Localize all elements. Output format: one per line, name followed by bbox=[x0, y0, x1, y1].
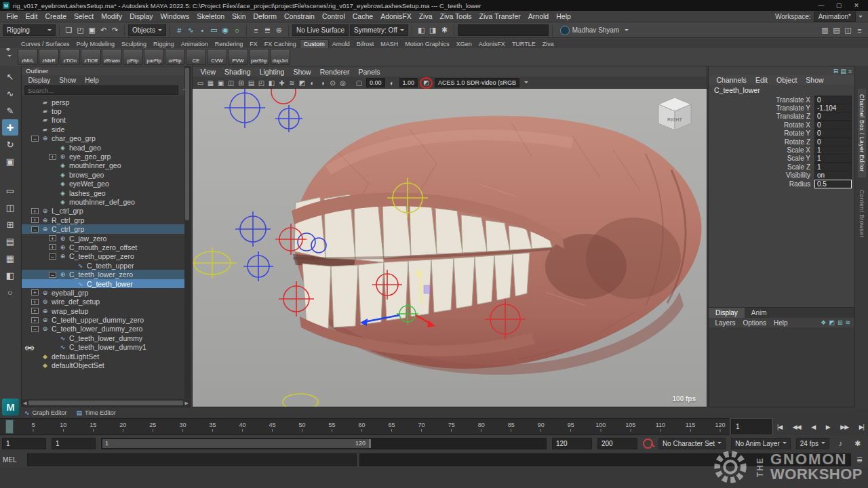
expander-icon[interactable] bbox=[49, 163, 56, 169]
close-button[interactable]: ✕ bbox=[848, 1, 865, 10]
shelf-button[interactable]: zMirR bbox=[39, 49, 59, 65]
outliner-row[interactable]: front bbox=[22, 116, 190, 125]
layer-editor-tab[interactable]: Anim bbox=[745, 308, 774, 318]
attribute-value-field[interactable]: 0 bbox=[814, 138, 852, 146]
menu-item[interactable]: Ziva bbox=[415, 12, 436, 20]
zoom-tool-icon[interactable]: ○ bbox=[2, 284, 18, 300]
expander-icon[interactable] bbox=[31, 363, 39, 369]
outliner-row[interactable]: C_teeth_lower bbox=[22, 279, 190, 288]
outliner-row[interactable]: side bbox=[22, 125, 190, 134]
shelf-tab[interactable]: Motion Graphics bbox=[401, 40, 453, 48]
go-to-start-button[interactable]: |◀ bbox=[777, 424, 782, 430]
exposure-icon[interactable]: ▢ bbox=[354, 78, 364, 88]
layer-menu-item[interactable]: Options bbox=[739, 319, 770, 327]
expander-icon[interactable] bbox=[31, 226, 39, 232]
command-line-input[interactable] bbox=[27, 453, 357, 466]
hypershade-toggle-icon[interactable]: ▤ bbox=[831, 25, 842, 36]
view-cube-face-label[interactable]: RIGHT bbox=[667, 117, 683, 122]
snap-to-curve-icon[interactable]: ∿ bbox=[185, 25, 197, 36]
shelf-tab[interactable]: XGen bbox=[453, 40, 475, 48]
outliner-row[interactable]: R_ctrl_grp bbox=[22, 216, 190, 224]
channel-box-toggle-icon[interactable]: ≡ bbox=[854, 25, 865, 36]
dock-tab[interactable]: Channel Box / Layer Editor bbox=[858, 89, 866, 178]
expander-icon[interactable] bbox=[31, 108, 39, 115]
attribute-value-field[interactable]: -1.104 bbox=[814, 104, 852, 113]
viewport-menu-item[interactable]: Panels bbox=[355, 68, 384, 76]
expander-icon[interactable] bbox=[49, 154, 56, 160]
ipr-render-icon[interactable]: ◨ bbox=[427, 25, 439, 36]
shelf-tab[interactable]: Sculpting bbox=[118, 40, 150, 48]
expander-icon[interactable] bbox=[31, 126, 39, 132]
channel-box-menu-item[interactable]: Object bbox=[772, 76, 800, 84]
animation-start-field[interactable]: 1 bbox=[2, 438, 46, 449]
viewport-menu-item[interactable]: Show bbox=[290, 68, 315, 76]
shelf-tab[interactable]: Rendering bbox=[212, 40, 247, 48]
attribute-label[interactable]: Rotate Y bbox=[709, 129, 814, 137]
safe-title-icon[interactable]: ◧ bbox=[267, 78, 277, 88]
two-pane-layout-icon[interactable]: ◫ bbox=[2, 199, 18, 216]
scroll-right-icon[interactable]: ▶ bbox=[185, 401, 189, 406]
expander-icon[interactable] bbox=[31, 308, 39, 314]
motion-blur-icon[interactable]: ◎ bbox=[338, 78, 348, 88]
select-tool-icon[interactable]: ↖ bbox=[2, 68, 18, 85]
shelf-button[interactable]: zTiOn bbox=[60, 49, 80, 65]
snap-to-plane-icon[interactable]: ▭ bbox=[208, 25, 220, 36]
shelf-button[interactable]: orFlip bbox=[165, 49, 185, 65]
command-line-language-toggle[interactable]: MEL bbox=[3, 456, 24, 464]
time-slider[interactable]: 5101520253035404550556065707580859095100… bbox=[0, 418, 730, 435]
expander-icon[interactable] bbox=[31, 117, 39, 123]
snap-to-grid-icon[interactable]: # bbox=[174, 25, 185, 36]
shelf-button[interactable]: CVW bbox=[207, 49, 227, 65]
shelf-tab[interactable]: Animation bbox=[178, 40, 212, 48]
outliner-row[interactable]: wrap_setup bbox=[22, 306, 190, 315]
outliner-row[interactable]: C_teeth_lower_dummy bbox=[22, 333, 190, 342]
outliner-menu-item[interactable]: Help bbox=[81, 77, 103, 84]
go-to-end-button[interactable]: ▶| bbox=[859, 424, 864, 430]
attribute-value-field[interactable]: 0 bbox=[814, 112, 852, 121]
layer-from-selected-icon[interactable]: ⊞ bbox=[837, 319, 843, 326]
render-frame-icon[interactable]: ◧ bbox=[416, 25, 427, 36]
outliner-row[interactable]: C_teeth_lower_zero bbox=[22, 270, 190, 279]
expander-icon[interactable] bbox=[49, 181, 56, 187]
step-back-button[interactable]: ◀◀ bbox=[793, 424, 801, 430]
shelf-button[interactable]: CE bbox=[186, 49, 206, 65]
move-tool-icon[interactable]: ✚ bbox=[2, 119, 18, 136]
input-connections-icon[interactable]: ≡ bbox=[250, 25, 262, 36]
menu-item[interactable]: AdonisFX bbox=[377, 12, 416, 20]
layer-options-icon[interactable]: ≋ bbox=[845, 319, 850, 326]
expander-icon[interactable] bbox=[31, 353, 39, 359]
channel-box-menu-item[interactable]: Channels bbox=[713, 76, 750, 84]
shelf-tab[interactable]: MASH bbox=[377, 40, 401, 48]
current-time-field[interactable]: 1 bbox=[731, 419, 772, 434]
shelf-button[interactable]: zMirL bbox=[18, 49, 38, 65]
layer-create-icon[interactable]: ❖ bbox=[821, 319, 826, 326]
outliner-row[interactable]: eyeball_grp bbox=[22, 288, 190, 297]
outliner-row[interactable]: C_teeth_upper bbox=[22, 261, 190, 270]
play-forwards-button[interactable]: ▶ bbox=[826, 424, 830, 430]
expander-icon[interactable] bbox=[31, 217, 39, 223]
range-slider[interactable]: 1 120 bbox=[101, 438, 547, 449]
auto-key-icon[interactable] bbox=[643, 439, 653, 449]
maximize-button[interactable]: ▢ bbox=[830, 1, 848, 10]
menu-set-dropdown[interactable]: Rigging bbox=[3, 24, 56, 36]
shelf-tab[interactable]: Curves / Surfaces bbox=[18, 40, 73, 48]
outliner-row[interactable]: lashes_geo bbox=[22, 188, 190, 197]
color-management-icon[interactable]: ◩ bbox=[420, 77, 433, 89]
shelf-button[interactable]: pFlip bbox=[123, 49, 143, 65]
gate-mask-icon[interactable]: ⊞ bbox=[236, 78, 246, 88]
outliner-row[interactable]: mouthInner_geo bbox=[22, 161, 190, 170]
viewport-menu-item[interactable]: Renderer bbox=[316, 68, 353, 76]
open-scene-icon[interactable]: ◰ bbox=[75, 25, 86, 36]
editor-tab[interactable]: ∿ Graph Editor bbox=[24, 409, 67, 416]
attribute-value-field[interactable]: 0 bbox=[814, 121, 852, 129]
make-live-icon[interactable]: ○ bbox=[231, 25, 243, 36]
layer-menu-item[interactable]: Help bbox=[770, 319, 791, 327]
outliner-search-input[interactable] bbox=[24, 85, 178, 95]
expander-icon[interactable] bbox=[49, 171, 56, 178]
rotate-tool-icon[interactable]: ↻ bbox=[2, 136, 18, 152]
shelf-button[interactable]: parShp bbox=[249, 49, 269, 65]
pane-menu-icon[interactable]: ▭ bbox=[195, 78, 205, 88]
attribute-value-field[interactable]: 1 bbox=[814, 154, 852, 163]
range-slider-bar[interactable]: 1 120 bbox=[102, 439, 371, 448]
user-account-menu[interactable]: Madhav Shyam bbox=[560, 26, 629, 35]
